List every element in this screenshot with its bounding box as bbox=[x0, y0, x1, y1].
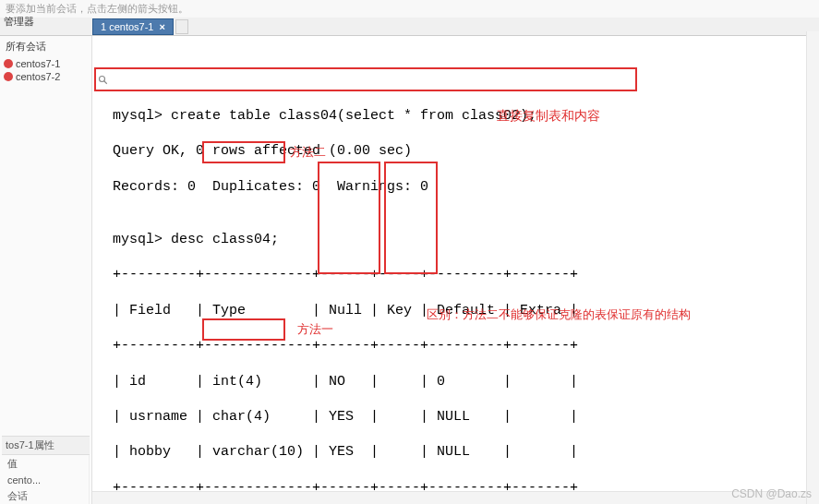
top-hint-bar: 要添加当前会话，点击左侧的箭头按钮。 bbox=[0, 0, 819, 18]
manager-label: 管理器 bbox=[4, 15, 34, 29]
terminal-line: +---------+-------------+------+-----+--… bbox=[113, 266, 815, 283]
terminal-line: mysql> create table class04(select * fro… bbox=[113, 107, 815, 125]
terminal[interactable]: mysql> create table class04(select * fro… bbox=[92, 36, 819, 504]
session-icon bbox=[4, 72, 13, 81]
annotation: 区别：方法二不能够保证克隆的表保证原有的结构 bbox=[427, 307, 691, 323]
prop-col-header: 值 bbox=[2, 455, 90, 473]
terminal-line: | hobby | varchar(10) | YES | | NULL | | bbox=[113, 443, 815, 461]
watermark: CSDN @Dao.zs bbox=[731, 487, 812, 500]
prop-value: 会话 bbox=[2, 487, 90, 504]
session-label: centos7-1 bbox=[16, 58, 60, 69]
main-area: 所有会话 centos7-1 centos7-2 tos7-1属性 值 cent… bbox=[0, 36, 819, 504]
prop-value: cento... bbox=[2, 473, 90, 487]
sidebar-header: 所有会话 bbox=[2, 40, 90, 54]
annotation: 方法一 bbox=[297, 322, 333, 338]
terminal-line: mysql> desc class04; bbox=[113, 231, 815, 248]
tab-label: 1 centos7-1 bbox=[101, 21, 153, 32]
session-label: centos7-2 bbox=[16, 71, 60, 82]
scrollbar-vertical[interactable] bbox=[806, 31, 819, 504]
tab-centos7-1[interactable]: 1 centos7-1 × bbox=[92, 18, 174, 35]
session-centos7-1[interactable]: centos7-1 bbox=[2, 57, 90, 70]
sidebar: 所有会话 centos7-1 centos7-2 tos7-1属性 值 cent… bbox=[0, 36, 92, 504]
terminal-line: +---------+-------------+------+-----+--… bbox=[113, 337, 815, 354]
new-tab-button[interactable] bbox=[175, 19, 188, 34]
terminal-line: Query OK, 0 rows affected (0.00 sec) bbox=[113, 142, 815, 160]
terminal-line: Records: 0 Duplicates: 0 Warnings: 0 bbox=[113, 178, 815, 196]
session-icon bbox=[4, 59, 13, 68]
terminal-line: | id | int(4) | NO | | 0 | | bbox=[113, 373, 815, 390]
svg-line-1 bbox=[104, 81, 107, 84]
search-icon[interactable] bbox=[98, 75, 109, 86]
session-centos7-2[interactable]: centos7-2 bbox=[2, 70, 90, 83]
highlight-box bbox=[94, 67, 637, 91]
properties-panel: tos7-1属性 值 cento... 会话 bbox=[2, 436, 90, 504]
annotation: 直接复制表和内容 bbox=[497, 108, 600, 125]
scrollbar-horizontal[interactable] bbox=[92, 491, 806, 504]
tab-bar: 管理器 1 centos7-1 × bbox=[0, 18, 819, 36]
close-icon[interactable]: × bbox=[159, 21, 164, 32]
annotation: 方法二 bbox=[290, 145, 326, 161]
terminal-line: | usrname | char(4) | YES | | NULL | | bbox=[113, 408, 815, 426]
svg-point-0 bbox=[100, 77, 105, 82]
properties-title: tos7-1属性 bbox=[2, 437, 90, 455]
